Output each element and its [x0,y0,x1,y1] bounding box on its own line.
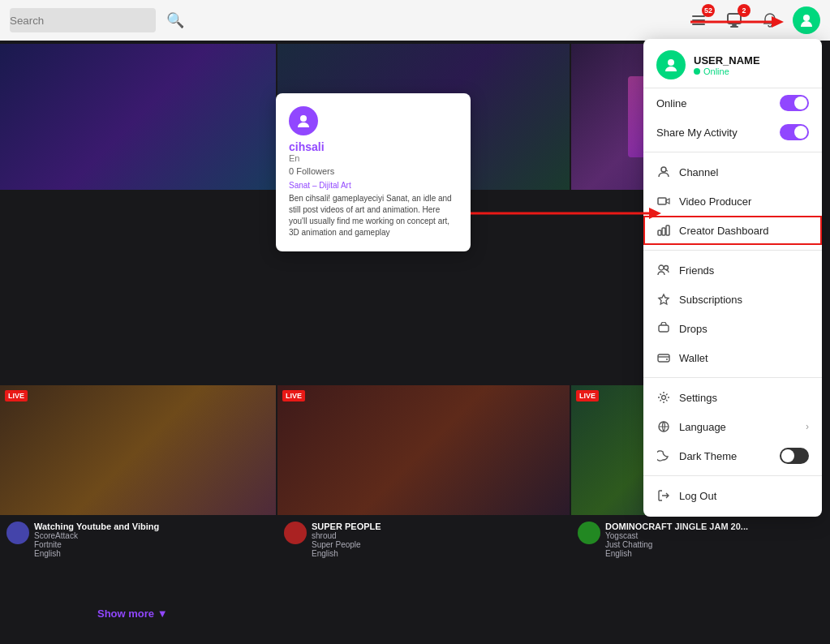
dropdown-menu: USER_NAME Online Online Share My Activit… [643,39,822,517]
user-avatar-button[interactable] [793,6,820,34]
svg-point-18 [659,265,664,270]
card-game: Fortnite [34,540,159,549]
card-thumb[interactable] [0,44,276,190]
svg-rect-5 [730,26,738,28]
dropdown-username: USER_NAME [694,54,760,67]
creator-dashboard-icon [656,223,671,238]
share-activity-toggle-row: Share My Activity [643,118,822,147]
notifications-icon-btn[interactable] [757,7,783,33]
svg-point-19 [664,266,669,270]
settings-label: Settings [679,392,717,404]
card-streamer: Yogscast [605,531,748,540]
profile-hover-card: cihsali En 0 Followers Sanat – Dijital A… [276,93,471,251]
menu-item-channel[interactable]: Channel [643,157,822,187]
live-badge: LIVE [576,390,599,401]
svg-rect-2 [692,24,705,25]
dropdown-avatar [656,50,686,79]
language-icon [656,419,671,434]
dark-theme-toggle[interactable] [780,448,809,464]
menu-item-friends[interactable]: Friends [643,255,822,285]
online-toggle-label: Online [656,97,687,109]
card-streamer: ScoreAttack [34,531,159,540]
channel-icon [656,165,671,179]
card-title: Watching Youtube and Vibing [34,522,159,531]
friends-icon [656,263,671,277]
divider-2 [643,250,822,251]
menu-item-creator-dashboard[interactable]: Creator Dashboard [643,216,822,245]
language-chevron: › [806,421,809,432]
online-toggle[interactable] [780,95,809,111]
card-game: Just Chatting [605,540,748,549]
channel-badge-count: 2 [738,4,750,17]
card-title: SUPER PEOPLE [312,522,381,531]
svg-point-24 [662,396,666,400]
card-title: DOMINOCRAFT JINGLE JAM 20... [605,522,748,531]
menu-item-logout[interactable]: Log Out [643,481,822,510]
divider-3 [643,377,822,378]
menu-item-language[interactable]: Language › [643,412,822,441]
drops-label: Drops [679,323,707,335]
profile-username: cihsali [289,140,458,153]
svg-rect-0 [692,15,705,17]
card-lang: English [34,549,159,558]
video-producer-label: Video Producer [679,195,751,208]
card-streamer: shroud [312,531,381,540]
subscriptions-icon [656,292,671,307]
card-info-3: DOMINOCRAFT JINGLE JAM 20... Yogscast Ju… [571,517,750,563]
subscriptions-label: Subscriptions [679,294,742,306]
logout-icon [656,488,671,503]
menu-item-drops[interactable]: Drops [643,314,822,343]
creator-dashboard-label: Creator Dashboard [679,225,769,237]
dropdown-header: USER_NAME Online [643,39,822,88]
drops-icon [656,321,671,336]
live-badge: LIVE [5,390,28,401]
svg-rect-15 [658,230,661,235]
svg-rect-4 [732,24,737,26]
profile-avatar [289,106,318,135]
card-info-2: SUPER PEOPLE shroud Super People English [277,517,570,563]
card-lang: English [605,549,748,558]
svg-rect-14 [658,198,666,204]
show-more-button[interactable]: Show more ▼ [97,608,168,620]
dark-theme-icon [656,449,671,463]
search-input[interactable] [10,8,156,32]
profile-description: Ben cihsali! gameplayeciyi Sanat, an idl… [289,193,458,238]
video-producer-icon [656,194,671,208]
menu-icon-btn[interactable]: 52 [686,7,712,33]
svg-point-6 [803,15,810,21]
online-toggle-row: Online [643,88,822,118]
card-game: Super People [312,540,381,549]
dark-theme-row: Dark Theme [643,441,822,470]
card-thumb-live-1[interactable]: LIVE [0,385,276,515]
logout-label: Log Out [679,490,716,502]
menu-item-video-producer[interactable]: Video Producer [643,187,822,216]
search-button[interactable]: 🔍 [162,7,188,33]
profile-followers: 0 Followers [289,166,458,176]
svg-point-12 [668,59,674,66]
share-activity-toggle[interactable] [780,124,809,140]
language-label: Language [679,421,726,433]
wallet-label: Wallet [679,352,708,364]
menu-item-wallet[interactable]: Wallet [643,343,822,372]
live-badge: LIVE [282,390,305,401]
topbar: 🔍 52 2 [0,0,830,41]
menu-badge-count: 52 [702,4,715,17]
svg-rect-17 [666,225,669,235]
card-lang: English [312,549,381,558]
card-thumb-live-2[interactable]: LIVE [277,385,570,515]
dark-theme-label: Dark Theme [679,450,737,462]
svg-point-23 [666,358,668,360]
online-status: Online [694,67,760,76]
card-info-1: Watching Youtube and Vibing ScoreAttack … [0,517,276,563]
divider-4 [643,475,822,476]
channel-label: Channel [679,166,718,178]
svg-rect-16 [662,228,665,235]
menu-item-settings[interactable]: Settings [643,383,822,412]
menu-item-subscriptions[interactable]: Subscriptions [643,285,822,314]
topbar-icons: 52 2 [686,6,820,34]
divider-1 [643,152,822,152]
svg-point-9 [300,115,307,122]
channel-icon-btn[interactable]: 2 [721,7,747,33]
wallet-icon [656,350,671,365]
svg-rect-22 [658,354,669,362]
